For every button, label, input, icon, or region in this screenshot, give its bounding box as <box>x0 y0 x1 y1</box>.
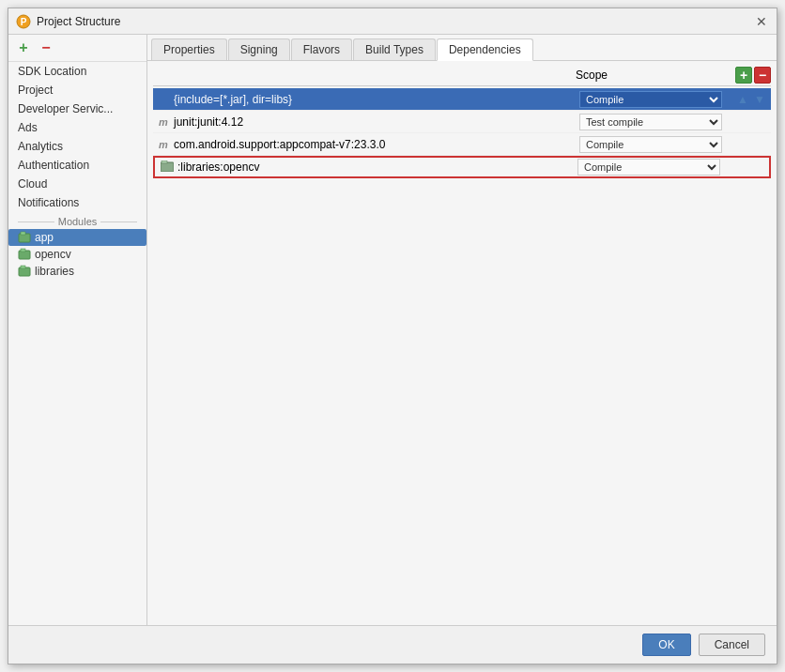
tab-build-types[interactable]: Build Types <box>353 38 436 60</box>
svg-rect-5 <box>21 249 25 252</box>
svg-rect-3 <box>21 232 25 235</box>
modules-section-label: Modules <box>8 212 146 229</box>
remove-button[interactable]: − <box>37 38 55 57</box>
sidebar-item-ads[interactable]: Ads <box>8 118 146 137</box>
tab-properties[interactable]: Properties <box>151 38 227 60</box>
module-item-libraries[interactable]: libraries <box>8 263 146 280</box>
module-icon-app <box>18 231 31 244</box>
module-label-opencv: opencv <box>35 248 71 261</box>
sidebar-item-analytics[interactable]: Analytics <box>8 137 146 156</box>
dependencies-table: Scope + − {include=[*.jar], dir=libs} <box>147 61 777 625</box>
tab-flavors[interactable]: Flavors <box>291 38 352 60</box>
svg-rect-8 <box>161 162 174 172</box>
dialog-title: Project Structure <box>37 15 120 28</box>
module-icon-opencv <box>18 248 31 261</box>
module-icon-libraries <box>18 265 31 278</box>
sidebar-item-project[interactable]: Project <box>8 81 146 99</box>
scroll-down-button[interactable]: ▼ <box>752 92 767 107</box>
header-scope: Scope <box>576 69 726 82</box>
sidebar-toolbar: + − <box>8 35 146 62</box>
svg-text:P: P <box>21 17 27 27</box>
svg-rect-9 <box>162 160 167 163</box>
sidebar-item-cloud[interactable]: Cloud <box>8 175 146 193</box>
dep-name-2: junit:junit:4.12 <box>174 115 243 129</box>
scope-dropdown-2[interactable]: Test compile Compile Provided <box>579 114 722 130</box>
scope-dropdown-1[interactable]: Compile Test compile Provided APK <box>579 91 722 108</box>
dialog-icon: P <box>16 14 31 29</box>
table-body: {include=[*.jar], dir=libs} Compile Test… <box>153 88 771 619</box>
sidebar-item-developer-services[interactable]: Developer Servic... <box>8 99 146 118</box>
tab-signing[interactable]: Signing <box>228 38 290 60</box>
module-item-app[interactable]: app <box>8 229 146 246</box>
add-dependency-button[interactable]: + <box>735 67 752 84</box>
ok-button[interactable]: OK <box>642 634 690 656</box>
header-actions: + − <box>726 67 771 84</box>
close-button[interactable]: ✕ <box>754 14 769 29</box>
add-button[interactable]: + <box>14 38 33 57</box>
tab-dependencies[interactable]: Dependencies <box>437 38 533 61</box>
dep-icon-4 <box>161 160 174 174</box>
dep-cell-3: m com.android.support:appcompat-v7:23.3.… <box>153 136 576 153</box>
sidebar-item-notifications[interactable]: Notifications <box>8 193 146 212</box>
sidebar-item-authentication[interactable]: Authentication <box>8 156 146 175</box>
dep-cell-4: :libraries:opencv <box>155 159 574 176</box>
scope-dropdown-4[interactable]: Compile Test compile Provided <box>577 159 720 176</box>
scope-cell-2[interactable]: Test compile Compile Provided <box>576 112 726 132</box>
content-area: Properties Signing Flavors Build Types D… <box>147 35 777 625</box>
svg-rect-4 <box>19 251 30 259</box>
dep-name-4: :libraries:opencv <box>177 160 259 174</box>
scope-cell-4[interactable]: Compile Test compile Provided <box>574 157 724 177</box>
module-label-app: app <box>35 231 54 244</box>
module-item-opencv[interactable]: opencv <box>8 246 146 263</box>
sidebar: + − SDK Location Project Developer Servi… <box>8 35 147 625</box>
sidebar-item-sdk-location[interactable]: SDK Location <box>8 62 146 81</box>
title-bar-left: P Project Structure <box>16 14 120 29</box>
tabs-bar: Properties Signing Flavors Build Types D… <box>147 35 777 61</box>
dep-name-3: com.android.support:appcompat-v7:23.3.0 <box>174 138 385 151</box>
dep-icon-3: m <box>159 139 170 150</box>
main-area: + − SDK Location Project Developer Servi… <box>8 35 777 625</box>
table-row[interactable]: m com.android.support:appcompat-v7:23.3.… <box>153 133 771 156</box>
dialog-footer: OK Cancel <box>8 625 777 664</box>
dep-icon-2: m <box>159 116 170 128</box>
table-row[interactable]: {include=[*.jar], dir=libs} Compile Test… <box>153 88 771 111</box>
project-structure-dialog: P Project Structure ✕ + − SDK Location P… <box>8 8 777 664</box>
remove-dependency-button[interactable]: − <box>754 67 771 84</box>
module-label-libraries: libraries <box>35 265 74 278</box>
svg-rect-6 <box>19 267 30 276</box>
nav-cell-1: ▲ ▼ <box>726 92 771 107</box>
dep-cell-2: m junit:junit:4.12 <box>153 114 576 130</box>
dep-cell-1: {include=[*.jar], dir=libs} <box>153 91 576 108</box>
svg-rect-2 <box>19 234 30 242</box>
table-row[interactable]: m junit:junit:4.12 Test compile Compile … <box>153 111 771 133</box>
table-header: Scope + − <box>153 67 771 86</box>
scope-cell-1[interactable]: Compile Test compile Provided APK <box>576 89 726 110</box>
cancel-button[interactable]: Cancel <box>699 634 765 656</box>
table-row[interactable]: :libraries:opencv Compile Test compile P… <box>153 156 771 178</box>
scroll-up-button[interactable]: ▲ <box>735 92 750 107</box>
scope-cell-3[interactable]: Compile Test compile Provided <box>576 134 726 155</box>
title-bar: P Project Structure ✕ <box>8 8 777 35</box>
svg-rect-7 <box>21 266 25 268</box>
dep-name-1: {include=[*.jar], dir=libs} <box>174 93 292 106</box>
scope-dropdown-3[interactable]: Compile Test compile Provided <box>579 136 722 153</box>
